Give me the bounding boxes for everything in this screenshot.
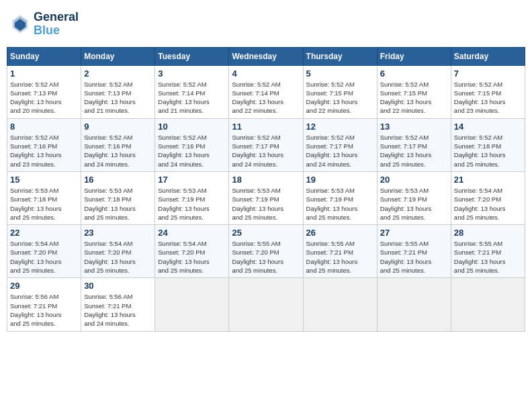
day-number: 1 (10, 68, 78, 79)
calendar-cell: 4Sunrise: 5:52 AM Sunset: 7:14 PM Daylig… (229, 65, 303, 118)
day-info: Sunrise: 5:55 AM Sunset: 7:20 PM Dayligh… (232, 239, 300, 275)
calendar-cell: 23Sunrise: 5:54 AM Sunset: 7:20 PM Dayli… (81, 225, 155, 278)
day-number: 19 (306, 175, 374, 185)
day-info: Sunrise: 5:56 AM Sunset: 7:21 PM Dayligh… (84, 292, 152, 328)
day-info: Sunrise: 5:52 AM Sunset: 7:14 PM Dayligh… (158, 80, 226, 116)
day-number: 14 (454, 122, 522, 132)
day-info: Sunrise: 5:52 AM Sunset: 7:17 PM Dayligh… (380, 133, 448, 169)
day-info: Sunrise: 5:52 AM Sunset: 7:15 PM Dayligh… (380, 80, 448, 116)
calendar-cell: 11Sunrise: 5:52 AM Sunset: 7:17 PM Dayli… (229, 118, 303, 171)
day-number: 10 (158, 122, 226, 132)
day-number: 27 (380, 228, 448, 238)
day-info: Sunrise: 5:55 AM Sunset: 7:21 PM Dayligh… (454, 239, 522, 275)
calendar-cell: 2Sunrise: 5:52 AM Sunset: 7:13 PM Daylig… (81, 65, 155, 118)
day-info: Sunrise: 5:53 AM Sunset: 7:19 PM Dayligh… (380, 186, 448, 222)
calendar-cell: 22Sunrise: 5:54 AM Sunset: 7:20 PM Dayli… (7, 225, 81, 278)
day-info: Sunrise: 5:53 AM Sunset: 7:19 PM Dayligh… (158, 186, 226, 222)
weekday-header: Sunday (7, 47, 81, 65)
day-info: Sunrise: 5:52 AM Sunset: 7:16 PM Dayligh… (84, 133, 152, 169)
calendar-cell: 25Sunrise: 5:55 AM Sunset: 7:20 PM Dayli… (229, 225, 303, 278)
calendar-cell: 26Sunrise: 5:55 AM Sunset: 7:21 PM Dayli… (303, 225, 377, 278)
day-number: 25 (232, 228, 300, 238)
calendar-week-row: 8Sunrise: 5:52 AM Sunset: 7:16 PM Daylig… (7, 118, 525, 171)
day-number: 3 (158, 68, 226, 79)
day-info: Sunrise: 5:52 AM Sunset: 7:17 PM Dayligh… (306, 133, 374, 169)
day-info: Sunrise: 5:54 AM Sunset: 7:20 PM Dayligh… (84, 239, 152, 275)
calendar-cell: 28Sunrise: 5:55 AM Sunset: 7:21 PM Dayli… (451, 225, 525, 278)
weekday-header: Saturday (451, 47, 525, 65)
day-info: Sunrise: 5:52 AM Sunset: 7:18 PM Dayligh… (454, 133, 522, 169)
calendar-cell: 9Sunrise: 5:52 AM Sunset: 7:16 PM Daylig… (81, 118, 155, 171)
calendar-cell: 18Sunrise: 5:53 AM Sunset: 7:19 PM Dayli… (229, 171, 303, 224)
day-info: Sunrise: 5:52 AM Sunset: 7:15 PM Dayligh… (454, 80, 522, 116)
day-number: 4 (232, 68, 300, 79)
weekday-header: Wednesday (229, 47, 303, 65)
day-number: 13 (380, 122, 448, 132)
day-number: 11 (232, 122, 300, 132)
day-number: 15 (10, 175, 78, 185)
day-number: 12 (306, 122, 374, 132)
calendar-cell: 14Sunrise: 5:52 AM Sunset: 7:18 PM Dayli… (451, 118, 525, 171)
day-number: 7 (454, 68, 522, 79)
day-number: 16 (84, 175, 152, 185)
calendar-week-row: 29Sunrise: 5:56 AM Sunset: 7:21 PM Dayli… (7, 278, 525, 331)
day-info: Sunrise: 5:53 AM Sunset: 7:18 PM Dayligh… (84, 186, 152, 222)
day-info: Sunrise: 5:52 AM Sunset: 7:16 PM Dayligh… (158, 133, 226, 169)
day-number: 20 (380, 175, 448, 185)
calendar-cell: 13Sunrise: 5:52 AM Sunset: 7:17 PM Dayli… (377, 118, 451, 171)
calendar-cell: 19Sunrise: 5:53 AM Sunset: 7:19 PM Dayli… (303, 171, 377, 224)
calendar-cell (377, 278, 451, 331)
calendar-cell (155, 278, 229, 331)
day-info: Sunrise: 5:52 AM Sunset: 7:13 PM Dayligh… (84, 80, 152, 116)
day-info: Sunrise: 5:54 AM Sunset: 7:20 PM Dayligh… (454, 186, 522, 222)
calendar-cell: 20Sunrise: 5:53 AM Sunset: 7:19 PM Dayli… (377, 171, 451, 224)
weekday-header: Monday (81, 47, 155, 65)
calendar-cell: 27Sunrise: 5:55 AM Sunset: 7:21 PM Dayli… (377, 225, 451, 278)
calendar-cell: 8Sunrise: 5:52 AM Sunset: 7:16 PM Daylig… (7, 118, 81, 171)
weekday-header: Friday (377, 47, 451, 65)
day-info: Sunrise: 5:55 AM Sunset: 7:21 PM Dayligh… (380, 239, 448, 275)
day-info: Sunrise: 5:53 AM Sunset: 7:18 PM Dayligh… (10, 186, 78, 222)
calendar-week-row: 15Sunrise: 5:53 AM Sunset: 7:18 PM Dayli… (7, 171, 525, 224)
calendar-cell: 12Sunrise: 5:52 AM Sunset: 7:17 PM Dayli… (303, 118, 377, 171)
calendar-cell: 1Sunrise: 5:52 AM Sunset: 7:13 PM Daylig… (7, 65, 81, 118)
day-info: Sunrise: 5:54 AM Sunset: 7:20 PM Dayligh… (10, 239, 78, 275)
day-number: 18 (232, 175, 300, 185)
day-number: 24 (158, 228, 226, 238)
day-info: Sunrise: 5:53 AM Sunset: 7:19 PM Dayligh… (232, 186, 300, 222)
calendar-cell: 16Sunrise: 5:53 AM Sunset: 7:18 PM Dayli… (81, 171, 155, 224)
day-info: Sunrise: 5:56 AM Sunset: 7:21 PM Dayligh… (10, 292, 78, 328)
calendar-cell: 3Sunrise: 5:52 AM Sunset: 7:14 PM Daylig… (155, 65, 229, 118)
calendar-cell: 6Sunrise: 5:52 AM Sunset: 7:15 PM Daylig… (377, 65, 451, 118)
calendar-cell (303, 278, 377, 331)
calendar-week-row: 22Sunrise: 5:54 AM Sunset: 7:20 PM Dayli… (7, 225, 525, 278)
weekday-header: Tuesday (155, 47, 229, 65)
calendar-cell: 7Sunrise: 5:52 AM Sunset: 7:15 PM Daylig… (451, 65, 525, 118)
day-number: 6 (380, 68, 448, 79)
header: General Blue (7, 7, 525, 42)
calendar-cell (229, 278, 303, 331)
calendar-cell: 15Sunrise: 5:53 AM Sunset: 7:18 PM Dayli… (7, 171, 81, 224)
day-info: Sunrise: 5:52 AM Sunset: 7:15 PM Dayligh… (306, 80, 374, 116)
day-info: Sunrise: 5:52 AM Sunset: 7:16 PM Dayligh… (10, 133, 78, 169)
calendar-cell: 17Sunrise: 5:53 AM Sunset: 7:19 PM Dayli… (155, 171, 229, 224)
day-number: 23 (84, 228, 152, 238)
weekday-header: Thursday (303, 47, 377, 65)
calendar-header-row: SundayMondayTuesdayWednesdayThursdayFrid… (7, 47, 525, 65)
day-number: 5 (306, 68, 374, 79)
day-number: 28 (454, 228, 522, 238)
day-number: 29 (10, 281, 78, 291)
day-number: 22 (10, 228, 78, 238)
day-number: 9 (84, 122, 152, 132)
day-info: Sunrise: 5:55 AM Sunset: 7:21 PM Dayligh… (306, 239, 374, 275)
day-number: 2 (84, 68, 152, 79)
calendar-cell (451, 278, 525, 331)
calendar-cell: 30Sunrise: 5:56 AM Sunset: 7:21 PM Dayli… (81, 278, 155, 331)
logo-icon (9, 13, 31, 35)
calendar: SundayMondayTuesdayWednesdayThursdayFrid… (7, 47, 525, 332)
day-info: Sunrise: 5:52 AM Sunset: 7:13 PM Dayligh… (10, 80, 78, 116)
day-info: Sunrise: 5:53 AM Sunset: 7:19 PM Dayligh… (306, 186, 374, 222)
calendar-cell: 10Sunrise: 5:52 AM Sunset: 7:16 PM Dayli… (155, 118, 229, 171)
day-number: 17 (158, 175, 226, 185)
logo-text: General Blue (34, 11, 79, 38)
